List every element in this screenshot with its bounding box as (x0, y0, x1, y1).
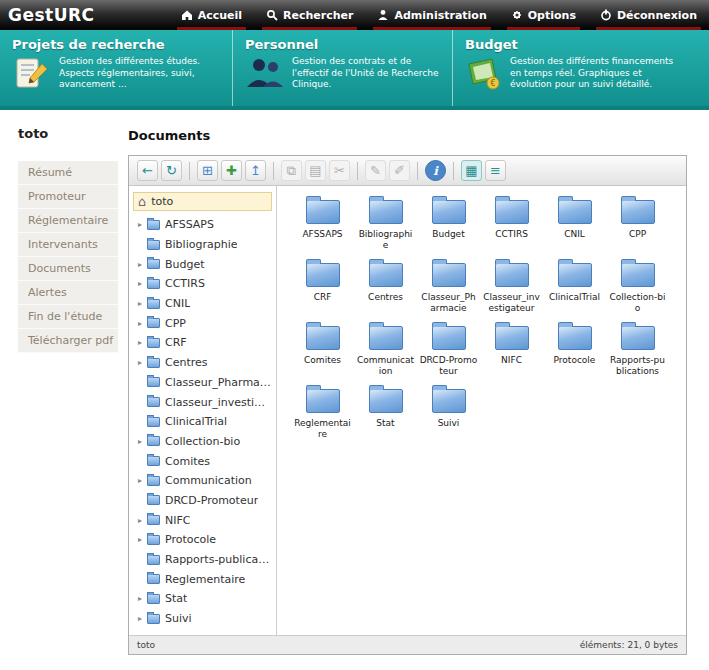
grid-folder-label: CRF (291, 292, 354, 303)
tree-folder[interactable]: ▸NIFC (133, 510, 272, 530)
view-list-button[interactable]: ≡ (485, 160, 506, 181)
copy-button[interactable]: ⧉ (281, 160, 302, 181)
tree-folder[interactable]: Classeur_Pharmacie (133, 373, 272, 393)
grid-folder[interactable]: Stat (354, 389, 417, 446)
grid-folder[interactable]: CNIL (543, 200, 606, 257)
expand-arrow-icon[interactable]: ▸ (138, 516, 147, 525)
grid-folder[interactable]: Centres (354, 263, 417, 320)
cut-button[interactable]: ✂ (329, 160, 350, 181)
sidebar-item-r-sum-[interactable]: Résumé (18, 161, 118, 185)
new-file-button[interactable]: ✚ (221, 160, 242, 181)
grid-folder[interactable]: Protocole (543, 326, 606, 383)
expand-arrow-icon[interactable]: ▸ (138, 299, 147, 308)
folder-icon (621, 200, 655, 224)
tree-folder[interactable]: ▸Stat (133, 589, 272, 609)
grid-folder[interactable]: Classeur_investigateur (480, 263, 543, 320)
sidebar-item-promoteur[interactable]: Promoteur (18, 185, 118, 209)
grid-folder[interactable]: Collection-bio (606, 263, 669, 320)
sidebar-item-alertes[interactable]: Alertes (18, 281, 118, 305)
grid-folder[interactable]: Comites (291, 326, 354, 383)
grid-folder[interactable]: Communication (354, 326, 417, 383)
new-folder-button[interactable]: ⊞ (197, 160, 218, 181)
folder-icon (147, 240, 160, 250)
tree-folder[interactable]: ClinicalTrial (133, 412, 272, 432)
grid-folder-label: Rapports-publications (606, 355, 669, 378)
tree-folder[interactable]: ▸Suivi (133, 609, 272, 629)
grid-folder[interactable]: Suivi (417, 389, 480, 446)
grid-folder[interactable]: ClinicalTrial (543, 263, 606, 320)
expand-arrow-icon[interactable]: ▸ (138, 614, 147, 623)
nav-accueil[interactable]: Accueil (169, 0, 254, 30)
toolbar-separator (417, 162, 418, 180)
nav-label: Déconnexion (617, 9, 697, 22)
status-elements-count: éléments: 21, 0 bytes (580, 640, 678, 650)
banner-personnel[interactable]: Personnel Gestion des contrats et de l'e… (233, 30, 453, 106)
power-icon (600, 9, 612, 21)
grid-folder[interactable]: Budget (417, 200, 480, 257)
info-button[interactable]: i (425, 160, 446, 181)
sidebar-item-fin-de-l-tude[interactable]: Fin de l'étude (18, 305, 118, 329)
tree-folder[interactable]: ▸CRF (133, 333, 272, 353)
banner-budget[interactable]: Budget € Gestion des différents financem… (453, 30, 709, 106)
back-button[interactable]: ← (137, 160, 158, 181)
expand-arrow-icon[interactable]: ▸ (138, 437, 147, 446)
reload-button[interactable]: ↻ (161, 160, 182, 181)
expand-arrow-icon[interactable]: ▸ (138, 338, 147, 347)
sidebar-item-documents[interactable]: Documents (18, 257, 118, 281)
grid-folder[interactable]: CPP (606, 200, 669, 257)
grid-folder[interactable]: Bibliographie (354, 200, 417, 257)
tree-folder[interactable]: ▸Budget (133, 254, 272, 274)
grid-folder[interactable]: CRF (291, 263, 354, 320)
edit-button[interactable]: ✐ (389, 160, 410, 181)
grid-folder[interactable]: Reglementaire (291, 389, 354, 446)
tree-folder[interactable]: ▸AFSSAPS (133, 215, 272, 235)
grid-folder[interactable]: DRCD-Promoteur (417, 326, 480, 383)
nav-label: Options (528, 9, 576, 22)
expand-arrow-icon[interactable]: ▸ (138, 535, 147, 544)
tree-folder[interactable]: Reglementaire (133, 569, 272, 589)
paste-button[interactable]: ▤ (305, 160, 326, 181)
expand-arrow-icon[interactable]: ▸ (138, 279, 147, 288)
nav-administration[interactable]: Administration (365, 0, 498, 30)
expand-arrow-icon[interactable]: ▸ (138, 319, 147, 328)
tree-folder[interactable]: Rapports-publications (133, 550, 272, 570)
tree-folder[interactable]: ▸CCTIRS (133, 274, 272, 294)
tree-folder[interactable]: Bibliographie (133, 235, 272, 255)
grid-folder[interactable]: NIFC (480, 326, 543, 383)
tree-folder[interactable]: Comites (133, 451, 272, 471)
view-icons-button[interactable]: ▦ (461, 160, 482, 181)
sidebar-item-t-l-charger-pdf[interactable]: Télécharger pdf (18, 329, 118, 353)
nav-rechercher[interactable]: Rechercher (254, 0, 365, 30)
expand-arrow-icon[interactable]: ▸ (138, 260, 147, 269)
tree-folder[interactable]: ▸Communication (133, 471, 272, 491)
grid-folder[interactable]: Rapports-publications (606, 326, 669, 383)
grid-folder-label: CCTIRS (480, 229, 543, 240)
tree-folder[interactable]: ▸Collection-bio (133, 432, 272, 452)
sidebar-item-intervenants[interactable]: Intervenants (18, 233, 118, 257)
tree-folder[interactable]: ▸Protocole (133, 530, 272, 550)
expand-arrow-icon[interactable]: ▸ (138, 594, 147, 603)
page-title: Documents (128, 128, 709, 143)
tree-folder-label: ClinicalTrial (165, 415, 227, 428)
sidebar-item-r-glementaire[interactable]: Réglementaire (18, 209, 118, 233)
grid-folder-label: Classeur_investigateur (480, 292, 543, 315)
expand-arrow-icon[interactable]: ▸ (138, 476, 147, 485)
tree-root[interactable]: ⌂ toto (133, 192, 272, 211)
tree-folder[interactable]: ▸CNIL (133, 294, 272, 314)
rename-button[interactable]: ✎ (365, 160, 386, 181)
folder-icon (369, 263, 403, 287)
tree-folder[interactable]: ▸CPP (133, 313, 272, 333)
grid-folder[interactable]: CCTIRS (480, 200, 543, 257)
fm-grid: AFSSAPSBibliographieBudgetCCTIRSCNILCPPC… (277, 186, 686, 635)
tree-folder[interactable]: DRCD-Promoteur (133, 491, 272, 511)
tree-folder[interactable]: Classeur_investigateur (133, 392, 272, 412)
tree-folder[interactable]: ▸Centres (133, 353, 272, 373)
banner-projets-de-recherche[interactable]: Projets de recherche Gestion des différe… (0, 30, 233, 106)
expand-arrow-icon[interactable]: ▸ (138, 220, 147, 229)
nav-deconnexion[interactable]: Déconnexion (588, 0, 709, 30)
expand-arrow-icon[interactable]: ▸ (138, 358, 147, 367)
grid-folder[interactable]: AFSSAPS (291, 200, 354, 257)
grid-folder[interactable]: Classeur_Pharmacie (417, 263, 480, 320)
nav-options[interactable]: Options (499, 0, 588, 30)
upload-button[interactable]: ↥ (245, 160, 266, 181)
